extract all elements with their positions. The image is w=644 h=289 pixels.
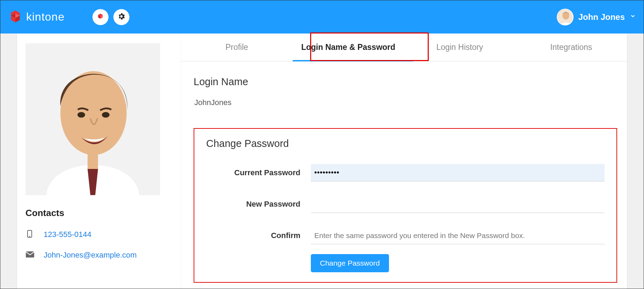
profile-photo — [25, 43, 160, 195]
profile-sidebar: Contacts 123-555-0144 John-Jones@example… — [17, 34, 181, 289]
tab-login-history[interactable]: Login History — [404, 34, 516, 61]
kintone-logo-icon — [8, 9, 23, 25]
gear-icon — [117, 12, 126, 22]
new-password-row: New Password — [206, 195, 605, 213]
login-name-heading: Login Name — [194, 76, 617, 88]
user-menu[interactable]: John Jones — [557, 9, 636, 25]
svg-point-15 — [77, 112, 85, 118]
confirm-password-row: Confirm — [206, 227, 605, 244]
tab-login-password[interactable]: Login Name & Password — [293, 34, 404, 61]
login-name-value: JohnJones — [194, 98, 617, 107]
contact-email-row: John-Jones@example.com — [25, 251, 173, 260]
contacts-heading: Contacts — [25, 208, 173, 218]
top-header: kintone — [0, 0, 644, 34]
apps-button[interactable] — [92, 9, 108, 25]
new-password-input[interactable] — [311, 195, 605, 213]
body: Contacts 123-555-0144 John-Jones@example… — [0, 34, 644, 289]
settings-button[interactable] — [113, 9, 129, 25]
tab-integrations[interactable]: Integrations — [516, 34, 627, 61]
button-row: Change Password — [206, 254, 605, 272]
tab-profile[interactable]: Profile — [181, 34, 293, 61]
user-name: John Jones — [578, 12, 625, 22]
email-link[interactable]: John-Jones@example.com — [44, 251, 137, 260]
main-panel: Profile Login Name & Password Login Hist… — [181, 34, 627, 289]
svg-point-10 — [562, 12, 569, 20]
email-icon — [25, 251, 35, 259]
confirm-password-label: Confirm — [206, 231, 311, 240]
tab-bar: Profile Login Name & Password Login Hist… — [181, 34, 627, 61]
phone-icon — [25, 229, 35, 240]
change-password-section: Change Password Current Password New Pas… — [194, 128, 617, 283]
current-password-row: Current Password — [206, 164, 605, 181]
tab-content: Login Name JohnJones Change Password Cur… — [181, 61, 627, 289]
current-password-input[interactable] — [311, 164, 605, 181]
confirm-password-input[interactable] — [311, 227, 605, 244]
change-password-button[interactable]: Change Password — [311, 254, 389, 272]
change-password-heading: Change Password — [206, 138, 605, 149]
contact-phone-row: 123-555-0144 — [25, 229, 173, 240]
brand-name: kintone — [26, 10, 65, 23]
logo-area: kintone — [8, 9, 65, 25]
svg-point-16 — [102, 112, 110, 118]
active-tab-underline — [293, 60, 413, 61]
phone-link[interactable]: 123-555-0144 — [44, 230, 91, 239]
new-password-label: New Password — [206, 200, 311, 209]
current-password-label: Current Password — [206, 168, 311, 177]
user-avatar-icon — [557, 9, 574, 25]
header-actions — [92, 9, 129, 25]
chevron-down-icon — [630, 13, 636, 21]
cube-icon — [97, 13, 104, 22]
